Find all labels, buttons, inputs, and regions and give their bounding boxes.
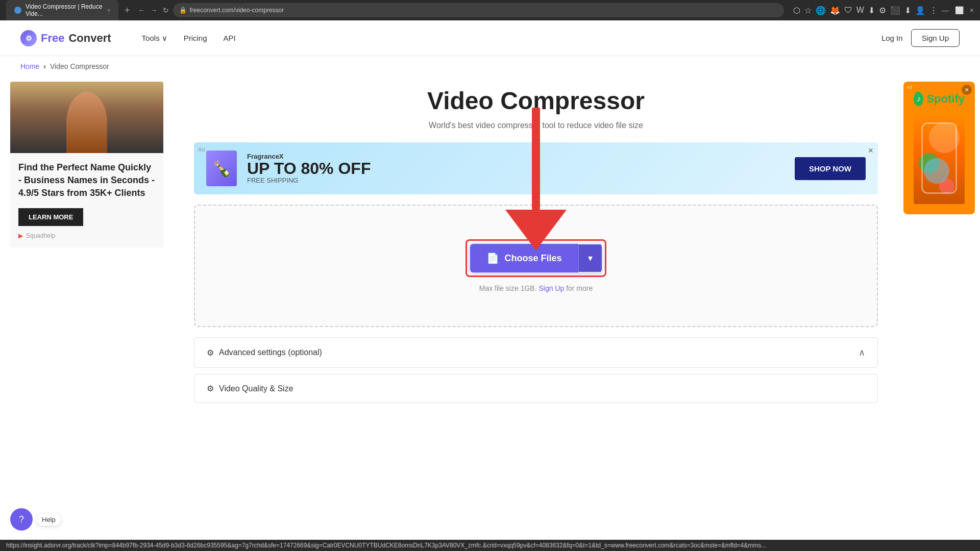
breadcrumb-home[interactable]: Home [20, 62, 39, 70]
ext-icon-1[interactable]: 🌐 [816, 6, 826, 15]
lock-icon: 🔒 [179, 7, 187, 14]
spotify-phone-image [914, 112, 965, 204]
ext-icon-5[interactable]: ⬇ [868, 6, 875, 15]
ext-icon-8[interactable]: ⬇ [904, 6, 911, 15]
tab-close-icon[interactable]: × [107, 8, 110, 13]
minimize-button[interactable]: — [942, 6, 949, 14]
logo[interactable]: ⚙ FreeConvert [20, 30, 111, 46]
video-quality-header[interactable]: ⚙ Video Quality & Size [194, 374, 877, 403]
share-icon[interactable]: ⬡ [793, 6, 800, 15]
play-icon: ▶ [18, 232, 23, 239]
upload-area[interactable]: 📄 Choose Files ▾ Max file size 1GB. Sign… [194, 205, 878, 327]
ad-person-image [10, 82, 163, 153]
page-title: Video Compressor [194, 87, 878, 115]
new-tab-button[interactable]: + [125, 5, 130, 16]
tab-favicon [14, 7, 21, 14]
bookmark-icon[interactable]: ☆ [804, 6, 812, 15]
close-button[interactable]: × [970, 6, 974, 14]
gear-icon: ⚙ [207, 348, 214, 358]
spotify-brand-name: Spotify [926, 92, 965, 106]
ext-menu-icon[interactable]: ⋮ [929, 6, 938, 15]
url-text: freeconvert.com/video-compressor [190, 7, 284, 14]
browser-controls: ← → ↻ [138, 6, 169, 14]
login-button[interactable]: Log In [881, 34, 903, 42]
ext-icon-4[interactable]: W [856, 6, 864, 15]
tab-title: Video Compressor | Reduce Vide... [26, 3, 103, 17]
logo-icon: ⚙ [20, 30, 37, 46]
ad-discount: UP TO 80% OFF [247, 160, 371, 177]
ad-close-icon[interactable]: ✕ [868, 146, 874, 155]
nav-pricing[interactable]: Pricing [184, 34, 207, 42]
nav-links: Tools ∨ Pricing API [142, 34, 236, 43]
ad-label: Ad [906, 85, 912, 90]
ext-icon-3[interactable]: 🛡 [844, 6, 852, 15]
logo-free: Free [41, 32, 64, 45]
signup-link[interactable]: Sign Up [538, 284, 564, 292]
nav-tools[interactable]: Tools ∨ [142, 34, 167, 43]
advanced-toggle-icon[interactable]: ∧ [859, 347, 865, 358]
left-advertisement: Find the Perfect Name Quickly - Business… [0, 77, 174, 413]
ad-banner: Ad 🍾 FragranceX UP TO 80% OFF FREE SHIPP… [194, 142, 878, 194]
status-url: https://insight.adsrvr.org/track/clk?imp… [6, 542, 766, 549]
logo-convert: Convert [68, 32, 111, 45]
browser-extensions: ⬡ ☆ 🌐 🦊 🛡 W ⬇ ⚙ ⬛ ⬇ 👤 ⋮ [793, 6, 938, 15]
spotify-ad-card: Ad × ♪ Spotify [903, 82, 975, 214]
browser-tab[interactable]: Video Compressor | Reduce Vide... × [6, 0, 118, 20]
ext-icon-7[interactable]: ⬛ [890, 6, 900, 15]
spotify-ad-close[interactable]: × [962, 85, 972, 95]
file-upload-icon: 📄 [486, 252, 499, 264]
ad-info-label: Ad [198, 146, 205, 153]
choose-files-highlight: 📄 Choose Files ▾ [465, 239, 606, 277]
left-ad-card: Find the Perfect Name Quickly - Business… [10, 82, 163, 247]
squadhelp-label: Squadhelp [26, 232, 55, 239]
choose-files-button[interactable]: 📄 Choose Files [470, 244, 578, 272]
chevron-down-icon: ▾ [588, 253, 593, 263]
left-ad-headline: Find the Perfect Name Quickly - Business… [18, 161, 155, 200]
spotify-logo-icon: ♪ [914, 92, 923, 106]
advanced-settings-section: ⚙ Advanced settings (optional) ∧ [194, 337, 878, 368]
ext-icon-9[interactable]: 👤 [915, 6, 925, 15]
forward-button[interactable]: → [151, 6, 158, 14]
chevron-down-icon: ∨ [162, 34, 167, 43]
back-button[interactable]: ← [138, 6, 145, 14]
nav-api[interactable]: API [224, 34, 236, 42]
breadcrumb-current: Video Compressor [50, 62, 109, 70]
choose-files-group: 📄 Choose Files ▾ [470, 244, 601, 272]
browser-chrome: Video Compressor | Reduce Vide... × + ← … [0, 0, 980, 20]
upload-info: Max file size 1GB. Sign Up for more [479, 284, 593, 292]
help-widget[interactable]: ? Help [10, 508, 61, 531]
center-content: Video Compressor World's best video comp… [174, 77, 898, 413]
ext-icon-6[interactable]: ⚙ [879, 6, 886, 15]
ext-icon-2[interactable]: 🦊 [830, 6, 840, 15]
advanced-settings-title: ⚙ Advanced settings (optional) [207, 348, 322, 358]
window-controls: — ⬜ × [942, 6, 974, 14]
navbar: ⚙ FreeConvert Tools ∨ Pricing API Log In… [0, 20, 980, 56]
powered-by: ▶ Squadhelp [18, 232, 155, 239]
choose-files-dropdown[interactable]: ▾ [578, 244, 602, 272]
advanced-settings-header[interactable]: ⚙ Advanced settings (optional) ∧ [194, 338, 877, 367]
help-label: Help [37, 514, 61, 525]
breadcrumb-separator: › [43, 62, 46, 70]
gear-icon-2: ⚙ [207, 384, 214, 393]
main-wrapper: Find the Perfect Name Quickly - Business… [0, 77, 980, 413]
signup-button[interactable]: Sign Up [911, 29, 960, 47]
upload-section-wrapper: 📄 Choose Files ▾ Max file size 1GB. Sign… [194, 205, 878, 327]
left-ad-text: Find the Perfect Name Quickly - Business… [10, 153, 163, 247]
video-quality-title: ⚙ Video Quality & Size [207, 384, 293, 393]
shop-now-button[interactable]: SHOP NOW [795, 157, 866, 180]
learn-more-button[interactable]: LEARN MORE [18, 208, 83, 226]
help-icon: ? [10, 508, 33, 531]
breadcrumb: Home › Video Compressor [0, 56, 980, 77]
nav-auth: Log In Sign Up [881, 29, 960, 47]
address-bar[interactable]: 🔒 freeconvert.com/video-compressor [173, 3, 784, 17]
video-quality-section: ⚙ Video Quality & Size [194, 374, 878, 403]
ad-perfume-image: 🍾 [206, 151, 237, 186]
status-bar: https://insight.adsrvr.org/track/clk?imp… [0, 540, 980, 551]
spotify-logo: ♪ Spotify [914, 92, 965, 106]
ad-banner-text: FragranceX UP TO 80% OFF FREE SHIPPING [247, 153, 371, 184]
right-advertisement: Ad × ♪ Spotify [898, 77, 980, 413]
ad-shipping: FREE SHIPPING [247, 177, 371, 184]
refresh-button[interactable]: ↻ [163, 6, 169, 14]
page-subtitle: World's best video compressor tool to re… [194, 121, 878, 130]
maximize-button[interactable]: ⬜ [955, 6, 964, 14]
